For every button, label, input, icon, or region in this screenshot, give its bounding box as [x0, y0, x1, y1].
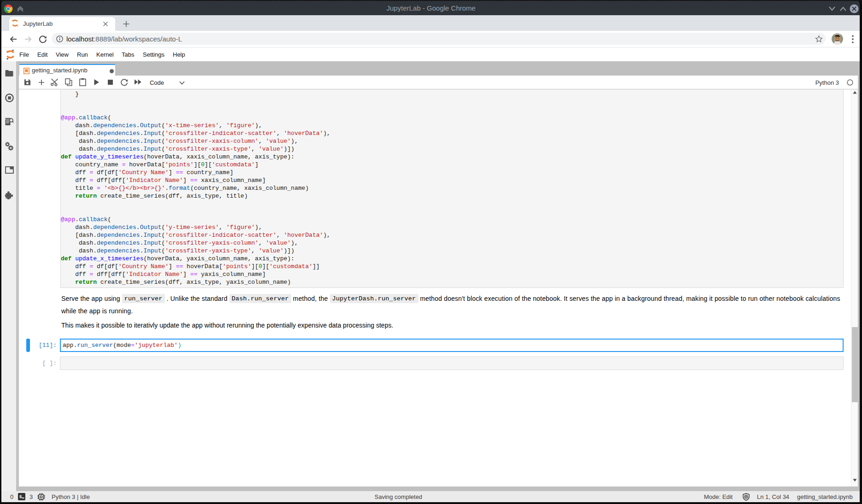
svg-text:$: $ — [19, 495, 22, 499]
